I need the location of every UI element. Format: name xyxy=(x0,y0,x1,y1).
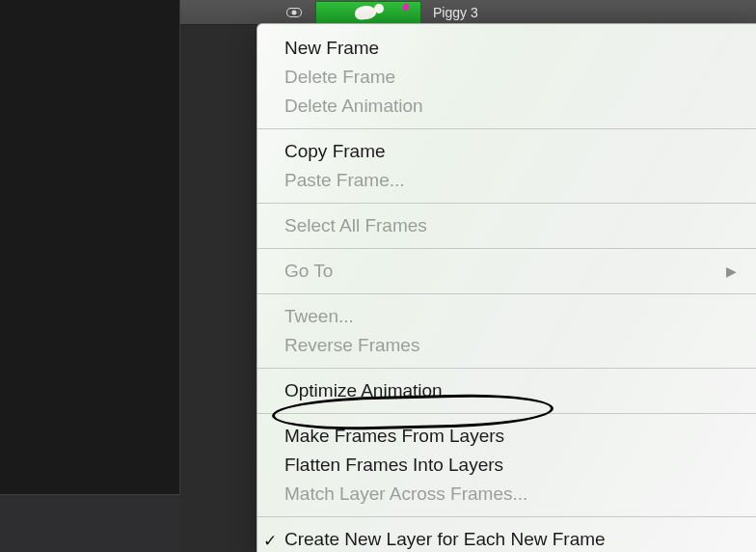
eye-icon xyxy=(286,8,302,17)
menu-separator xyxy=(257,516,756,517)
menu-item-label: Create New Layer for Each New Frame xyxy=(284,527,606,552)
menu-separator xyxy=(257,128,756,129)
menu-separator xyxy=(257,413,756,414)
menu-optimize-animation[interactable]: Optimize Animation... xyxy=(257,376,756,405)
chevron-right-icon: ▶ xyxy=(726,259,737,284)
thumbnail-shape xyxy=(374,4,384,14)
menu-reverse-frames: Reverse Frames xyxy=(257,331,756,360)
menu-separator xyxy=(257,293,756,294)
menu-separator xyxy=(257,368,756,369)
menu-go-to-label: Go To xyxy=(284,259,333,284)
check-icon: ✓ xyxy=(263,529,277,552)
menu-separator xyxy=(257,248,756,249)
left-panel xyxy=(0,0,180,552)
layer-visibility-cell[interactable] xyxy=(180,0,315,24)
layer-thumbnail[interactable] xyxy=(315,1,421,24)
menu-copy-frame[interactable]: Copy Frame xyxy=(257,137,756,166)
app-window: Piggy 3 New Frame Delete Frame Delete An… xyxy=(0,0,756,552)
layer-row[interactable]: Piggy 3 xyxy=(180,0,756,25)
menu-delete-animation: Delete Animation xyxy=(257,92,756,121)
left-panel-footer xyxy=(0,494,180,552)
menu-create-new-layer-each-frame[interactable]: ✓ Create New Layer for Each New Frame xyxy=(257,525,756,552)
layer-name-label[interactable]: Piggy 3 xyxy=(433,5,478,20)
menu-flatten-frames-into-layers[interactable]: Flatten Frames Into Layers xyxy=(257,451,756,480)
menu-new-frame[interactable]: New Frame xyxy=(257,34,756,63)
menu-go-to: Go To ▶ xyxy=(257,257,756,286)
menu-make-frames-from-layers[interactable]: Make Frames From Layers xyxy=(257,422,756,451)
menu-match-layer-across-frames: Match Layer Across Frames... xyxy=(257,480,756,509)
menu-tween: Tween... xyxy=(257,302,756,331)
thumbnail-shape xyxy=(402,3,410,12)
menu-select-all-frames: Select All Frames xyxy=(257,211,756,240)
menu-separator xyxy=(257,203,756,204)
timeline-context-menu: New Frame Delete Frame Delete Animation … xyxy=(256,23,756,552)
menu-delete-frame: Delete Frame xyxy=(257,63,756,92)
menu-paste-frame: Paste Frame... xyxy=(257,166,756,195)
